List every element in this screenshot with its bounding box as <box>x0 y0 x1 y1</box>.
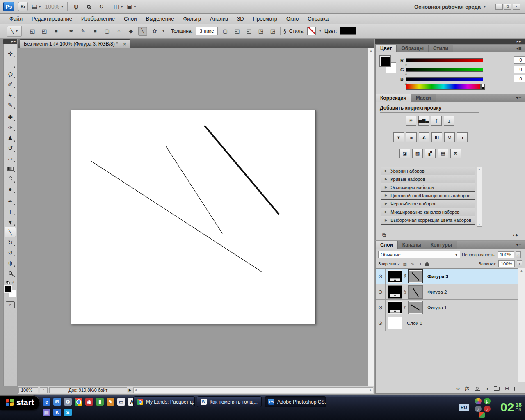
document-canvas[interactable] <box>71 110 316 324</box>
visibility-toggle[interactable]: ⊙ <box>376 315 386 331</box>
color-balance-adjustment-button[interactable]: ◭ <box>419 132 429 142</box>
line-tool-option-button[interactable]: ╲ <box>138 27 147 36</box>
preset-row-7[interactable]: ▶Выборочная коррекция цвета наборов <box>381 216 475 224</box>
battery-widget-quicklaunch-button[interactable]: ▮ <box>96 398 104 406</box>
downloader-quicklaunch-button[interactable]: ◉ <box>85 398 93 406</box>
delete-layer-icon[interactable] <box>514 387 518 391</box>
paths-mode-button[interactable]: ◰ <box>40 27 49 36</box>
layer-row[interactable]: ⊙§Фигура 3 <box>376 269 518 284</box>
polygon-tool-option-button[interactable]: ◆ <box>126 27 135 36</box>
dock-collapse-bar[interactable]: ▶▶ <box>375 39 525 44</box>
burn-tool-button[interactable]: ● <box>5 184 16 194</box>
tab-masks[interactable]: Маски <box>411 94 436 102</box>
hand-tool-shortcut-button[interactable]: ψ <box>71 2 80 11</box>
foreground-color-swatch[interactable] <box>380 56 390 66</box>
spectrum-bw-swatches[interactable] <box>481 84 485 90</box>
crop-tool-button[interactable]: # <box>5 89 16 100</box>
scroll-right-icon[interactable]: ▶ <box>370 388 372 392</box>
add-layer-mask-icon[interactable] <box>475 386 480 391</box>
gradient-tool-button[interactable] <box>5 163 16 173</box>
tab-channels[interactable]: Каналы <box>398 241 426 249</box>
style-swatch-none[interactable] <box>307 27 316 35</box>
clip-indicator-icon[interactable]: ◖● <box>512 232 518 238</box>
freeform-pen-option-button[interactable]: ✎ <box>79 27 88 36</box>
hand-tool-button[interactable]: ψ <box>5 258 16 268</box>
channel-slider-B[interactable]: △ <box>406 77 483 81</box>
palette-tray-icon[interactable] <box>475 398 482 404</box>
fill-value-field[interactable]: 100% <box>498 260 515 267</box>
office-app-quicklaunch-button[interactable]: ▤ <box>43 409 50 416</box>
start-button[interactable]: start <box>0 395 40 410</box>
brightness-contrast-adjustment-button[interactable]: ☀ <box>406 116 416 126</box>
threshold-adjustment-button[interactable]: ▞ <box>425 149 436 158</box>
muted-volume-tray-icon[interactable]: ♪ <box>484 406 491 412</box>
expand-arrow-icon[interactable]: ▶ <box>385 185 387 189</box>
rotate-view-button[interactable]: ↻ <box>97 2 106 11</box>
opacity-spinner-button[interactable]: › <box>516 251 521 258</box>
mail-client-quicklaunch-button[interactable]: ✉ <box>53 398 61 406</box>
internet-explorer-quicklaunch-button[interactable]: e <box>43 398 50 406</box>
menu-item-1[interactable]: Файл <box>5 14 27 24</box>
scroll-up-icon[interactable]: ▲ <box>478 168 481 171</box>
tab-adjustments[interactable]: Коррекция <box>376 94 411 102</box>
status-menu-arrow-icon[interactable]: ▶ <box>129 388 132 392</box>
3d-orbit-tool-button[interactable]: ↺ <box>5 247 16 258</box>
screen-mode-button[interactable]: ▣ ▼ <box>127 2 136 11</box>
add-to-shape-button[interactable]: ◱ <box>233 27 242 36</box>
presets-scrollbar[interactable]: ▲ ▼ <box>477 167 482 227</box>
zoom-level-control[interactable]: 100% ▼ <box>45 2 64 11</box>
ellipse-tool-option-button[interactable]: ○ <box>114 27 123 36</box>
default-colors-icon[interactable] <box>6 281 10 284</box>
status-pie-button[interactable]: ◔ <box>40 387 48 393</box>
menu-item-9[interactable]: Просмотр <box>249 14 282 24</box>
expand-arrow-icon[interactable]: ▶ <box>385 177 387 181</box>
zoom-tool-shortcut-button[interactable] <box>84 2 93 11</box>
drawing-app-quicklaunch-button[interactable]: ✎ <box>107 398 114 406</box>
shape-color-swatch[interactable] <box>340 27 356 35</box>
rectangle-tool-option-button[interactable]: ■ <box>91 27 100 36</box>
slider-handle-icon[interactable]: △ <box>405 72 407 76</box>
weight-input[interactable]: 3 пикс <box>196 27 218 35</box>
minimize-button[interactable]: – <box>495 4 503 10</box>
status-zoom-field[interactable]: 100% <box>18 387 38 393</box>
canvas-horizontal-scrollbar[interactable]: ◀ ▶ <box>133 387 373 393</box>
vibrance-adjustment-button[interactable]: ▼ <box>393 132 404 142</box>
window-app-quicklaunch-button[interactable]: ▭ <box>117 398 125 406</box>
tab-color[interactable]: Цвет <box>376 45 397 52</box>
lock-transparency-icon[interactable]: ▦ <box>402 261 408 267</box>
taskbar-task-3[interactable]: PsAdobe Photoshop CS... <box>265 396 326 407</box>
tools-panel-grip[interactable] <box>6 46 15 48</box>
document-tab[interactable]: Без имени-1 @ 100% (Фигура 3, RGB/8) * × <box>20 39 130 48</box>
blur-tool-button[interactable] <box>5 173 16 184</box>
preset-row-6[interactable]: ▶Микширование каналов наборов <box>381 208 475 216</box>
quick-mask-button[interactable]: ○ <box>6 301 15 308</box>
panel-menu-icon[interactable]: ▾≣ <box>516 96 522 100</box>
arrange-documents-button[interactable]: ◫ ▼ <box>114 2 123 11</box>
channel-mixer-adjustment-button[interactable]: ◑ <box>457 132 468 142</box>
expand-arrow-icon[interactable]: ▶ <box>385 169 387 173</box>
chevron-down-icon[interactable]: ▼ <box>162 30 165 32</box>
expanded-view-icon[interactable]: ⧉ <box>382 232 386 238</box>
color-spectrum-ramp[interactable] <box>406 84 481 90</box>
fill-pixels-mode-button[interactable]: ■ <box>52 27 61 36</box>
brush-tool-button[interactable]: ✑ <box>5 122 16 132</box>
quick-selection-tool-button[interactable]: ✐ <box>5 79 16 89</box>
chevron-down-icon[interactable]: ▼ <box>319 30 322 32</box>
type-tool-button[interactable]: T <box>5 206 16 217</box>
new-adjustment-layer-icon[interactable]: ◑ <box>486 386 488 391</box>
lasso-tool-button[interactable]: Ϙ <box>5 69 16 79</box>
pen-tool-option-button[interactable]: ✒ <box>67 27 76 36</box>
expand-arrow-icon[interactable]: ▶ <box>385 194 387 197</box>
zoom-tool-button[interactable] <box>5 268 16 278</box>
skype-quicklaunch-button[interactable]: S <box>64 409 72 416</box>
media-player-quicklaunch-button[interactable]: K <box>53 409 61 416</box>
utorrent-tray-icon[interactable]: µ <box>484 398 491 404</box>
visibility-toggle[interactable]: ⊙ <box>376 284 386 299</box>
tab-swatches[interactable]: Образцы <box>397 45 429 52</box>
slider-handle-icon[interactable]: △ <box>405 63 407 66</box>
scroll-up-icon[interactable]: ▲ <box>520 269 523 272</box>
swap-colors-icon[interactable]: ⇄ <box>11 281 14 284</box>
menu-item-2[interactable]: Редактирование <box>27 14 77 24</box>
black-white-adjustment-button[interactable]: ◧ <box>431 132 442 142</box>
channel-value-R[interactable]: 0 <box>514 56 525 64</box>
